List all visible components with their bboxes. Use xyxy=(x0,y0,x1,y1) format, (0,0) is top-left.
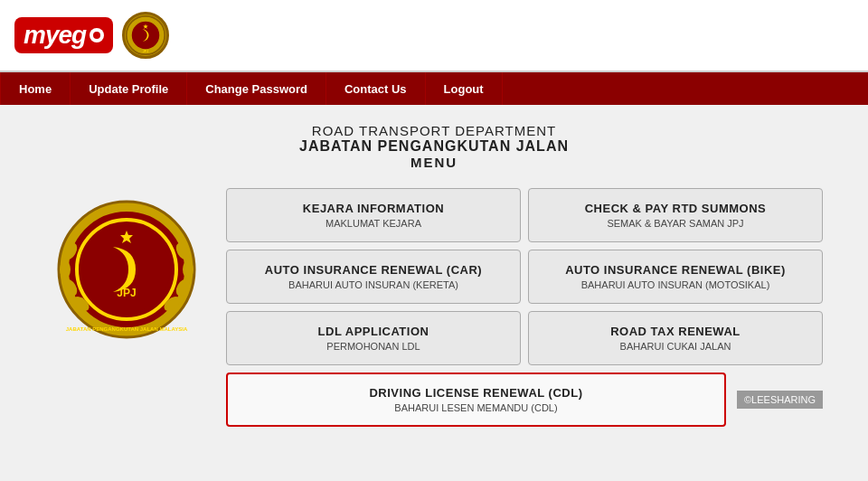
emblem-container: JPJ JABATAN PENGANGKUTAN JALAN MALAYSIA xyxy=(45,188,208,342)
btn-ldl[interactable]: LDL APPLICATION PERMOHONAN LDL xyxy=(226,311,521,365)
nav-contact-us[interactable]: Contact Us xyxy=(326,72,426,105)
jpj-badge: JPJ xyxy=(122,12,169,59)
nav-update-profile[interactable]: Update Profile xyxy=(71,72,187,105)
header: myeg JPJ xyxy=(0,0,868,72)
main-content: ROAD TRANSPORT DEPARTMENT JABATAN PENGAN… xyxy=(0,105,868,481)
title-line3: MENU xyxy=(18,155,850,170)
nav-logout[interactable]: Logout xyxy=(426,72,503,105)
jpj-emblem: JPJ JABATAN PENGANGKUTAN JALAN MALAYSIA xyxy=(54,197,199,342)
svg-point-15 xyxy=(183,260,193,278)
btn-road-tax[interactable]: ROAD TAX RENEWAL BAHARUI CUKAI JALAN xyxy=(528,311,823,365)
page-title: ROAD TRANSPORT DEPARTMENT JABATAN PENGAN… xyxy=(18,123,850,170)
btn-kejara[interactable]: KEJARA INFORMATION MAKLUMAT KEJARA xyxy=(226,188,521,242)
nav-change-password[interactable]: Change Password xyxy=(187,72,326,105)
myeg-logo: myeg xyxy=(14,17,113,53)
navbar: Home Update Profile Change Password Cont… xyxy=(0,72,868,105)
menu-row-4: DRIVING LICENSE RENEWAL (CDL) BAHARUI LE… xyxy=(226,373,823,427)
menu-row-1: KEJARA INFORMATION MAKLUMAT KEJARA CHECK… xyxy=(226,188,823,242)
title-line2: JABATAN PENGANGKUTAN JALAN xyxy=(18,138,850,155)
svg-text:JPJ: JPJ xyxy=(117,287,136,299)
svg-text:JPJ: JPJ xyxy=(143,50,148,53)
menu-grid: KEJARA INFORMATION MAKLUMAT KEJARA CHECK… xyxy=(226,188,823,427)
nav-home[interactable]: Home xyxy=(0,72,71,105)
btn-auto-insurance-car[interactable]: AUTO INSURANCE RENEWAL (CAR) BAHARUI AUT… xyxy=(226,250,521,304)
svg-text:JABATAN PENGANGKUTAN JALAN MAL: JABATAN PENGANGKUTAN JALAN MALAYSIA xyxy=(66,326,188,332)
menu-row-3: LDL APPLICATION PERMOHONAN LDL ROAD TAX … xyxy=(226,311,823,365)
logo-dot xyxy=(90,28,104,42)
menu-row-2: AUTO INSURANCE RENEWAL (CAR) BAHARUI AUT… xyxy=(226,250,823,304)
title-line1: ROAD TRANSPORT DEPARTMENT xyxy=(18,123,850,138)
btn-rtd-summons[interactable]: CHECK & PAY RTD SUMMONS SEMAK & BAYAR SA… xyxy=(528,188,823,242)
watermark: ©LEESHARING xyxy=(737,391,823,409)
logo-text: myeg xyxy=(24,21,86,50)
btn-auto-insurance-bike[interactable]: AUTO INSURANCE RENEWAL (BIKE) BAHARUI AU… xyxy=(528,250,823,304)
svg-point-11 xyxy=(60,260,71,278)
btn-driving-license[interactable]: DRIVING LICENSE RENEWAL (CDL) BAHARUI LE… xyxy=(226,373,726,427)
content-area: JPJ JABATAN PENGANGKUTAN JALAN MALAYSIA xyxy=(45,188,823,427)
